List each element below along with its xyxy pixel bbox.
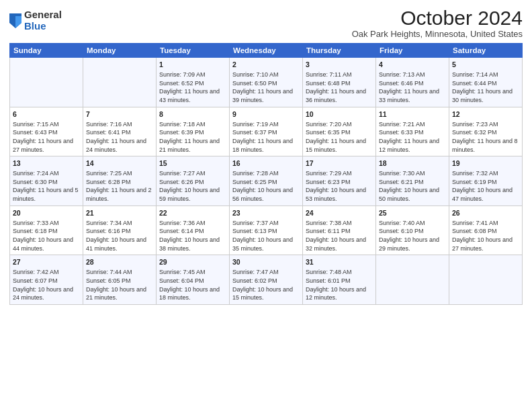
day-data: Sunrise: 7:14 AMSunset: 6:44 PMDaylight:…	[452, 71, 519, 104]
day-data: Sunrise: 7:28 AMSunset: 6:25 PMDaylight:…	[232, 169, 300, 203]
calendar-cell: 15Sunrise: 7:27 AMSunset: 6:26 PMDayligh…	[157, 156, 230, 206]
col-thursday: Thursday	[303, 44, 376, 58]
day-number: 1	[159, 60, 226, 69]
day-data: Sunrise: 7:44 AMSunset: 6:05 PMDaylight:…	[86, 268, 153, 302]
calendar-cell: 21Sunrise: 7:34 AMSunset: 6:16 PMDayligh…	[83, 205, 157, 255]
calendar-cell: 26Sunrise: 7:41 AMSunset: 6:08 PMDayligh…	[449, 205, 523, 255]
day-data: Sunrise: 7:13 AMSunset: 6:46 PMDaylight:…	[379, 71, 446, 104]
calendar-cell: 4Sunrise: 7:13 AMSunset: 6:46 PMDaylight…	[376, 58, 449, 107]
day-data: Sunrise: 7:20 AMSunset: 6:35 PMDaylight:…	[306, 120, 373, 154]
day-data: Sunrise: 7:36 AMSunset: 6:14 PMDaylight:…	[159, 219, 226, 253]
day-number: 20	[13, 208, 80, 218]
calendar-cell	[376, 255, 449, 305]
day-data: Sunrise: 7:34 AMSunset: 6:16 PMDaylight:…	[86, 219, 153, 253]
day-number: 3	[306, 60, 373, 69]
calendar-cell: 5Sunrise: 7:14 AMSunset: 6:44 PMDaylight…	[449, 58, 523, 107]
calendar-cell: 2Sunrise: 7:10 AMSunset: 6:50 PMDaylight…	[230, 58, 303, 107]
day-number: 23	[232, 208, 300, 218]
calendar-cell: 27Sunrise: 7:42 AMSunset: 6:07 PMDayligh…	[10, 255, 83, 305]
calendar-cell: 13Sunrise: 7:24 AMSunset: 6:30 PMDayligh…	[10, 156, 83, 206]
header-row: Sunday Monday Tuesday Wednesday Thursday…	[10, 44, 523, 58]
page: General Blue October 2024 Oak Park Heigh…	[0, 0, 532, 411]
day-number: 17	[306, 158, 373, 168]
day-data: Sunrise: 7:40 AMSunset: 6:10 PMDaylight:…	[379, 219, 446, 253]
title-block: October 2024 Oak Park Heights, Minnesota…	[352, 7, 523, 39]
day-number: 21	[86, 208, 153, 218]
calendar-cell: 11Sunrise: 7:21 AMSunset: 6:33 PMDayligh…	[376, 107, 449, 156]
calendar-cell: 9Sunrise: 7:19 AMSunset: 6:37 PMDaylight…	[230, 107, 303, 156]
col-monday: Monday	[83, 44, 157, 58]
calendar-cell: 28Sunrise: 7:44 AMSunset: 6:05 PMDayligh…	[83, 255, 157, 305]
day-number: 24	[306, 208, 373, 218]
col-friday: Friday	[376, 44, 449, 58]
day-number: 31	[306, 257, 373, 267]
day-number: 16	[232, 158, 300, 168]
calendar-cell: 14Sunrise: 7:25 AMSunset: 6:28 PMDayligh…	[83, 156, 157, 206]
calendar-cell: 8Sunrise: 7:18 AMSunset: 6:39 PMDaylight…	[157, 107, 230, 156]
calendar-cell: 1Sunrise: 7:09 AMSunset: 6:52 PMDaylight…	[157, 58, 230, 107]
day-data: Sunrise: 7:15 AMSunset: 6:43 PMDaylight:…	[13, 120, 80, 154]
day-data: Sunrise: 7:33 AMSunset: 6:18 PMDaylight:…	[13, 219, 80, 253]
day-number: 15	[159, 158, 226, 168]
logo-icon	[9, 13, 21, 28]
day-number: 5	[452, 60, 519, 69]
day-number: 19	[452, 158, 519, 168]
day-data: Sunrise: 7:18 AMSunset: 6:39 PMDaylight:…	[159, 120, 226, 154]
calendar-week-row: 27Sunrise: 7:42 AMSunset: 6:07 PMDayligh…	[10, 255, 523, 305]
day-data: Sunrise: 7:48 AMSunset: 6:01 PMDaylight:…	[306, 268, 373, 302]
calendar-cell	[449, 255, 523, 305]
calendar-cell: 30Sunrise: 7:47 AMSunset: 6:02 PMDayligh…	[230, 255, 303, 305]
day-data: Sunrise: 7:09 AMSunset: 6:52 PMDaylight:…	[159, 71, 226, 104]
header: General Blue October 2024 Oak Park Heigh…	[9, 7, 523, 39]
day-data: Sunrise: 7:42 AMSunset: 6:07 PMDaylight:…	[13, 268, 80, 302]
subtitle: Oak Park Heights, Minnesota, United Stat…	[352, 29, 523, 39]
logo-general: General	[24, 9, 62, 21]
day-number: 11	[379, 109, 446, 119]
svg-marker-1	[15, 16, 21, 28]
day-number: 4	[379, 60, 446, 69]
day-number: 13	[13, 158, 80, 168]
calendar-cell: 31Sunrise: 7:48 AMSunset: 6:01 PMDayligh…	[303, 255, 376, 305]
day-number: 26	[452, 208, 519, 218]
day-number: 9	[232, 109, 300, 119]
day-data: Sunrise: 7:29 AMSunset: 6:23 PMDaylight:…	[306, 169, 373, 203]
day-number: 12	[452, 109, 519, 119]
calendar-cell: 6Sunrise: 7:15 AMSunset: 6:43 PMDaylight…	[10, 107, 83, 156]
day-data: Sunrise: 7:16 AMSunset: 6:41 PMDaylight:…	[86, 120, 153, 154]
logo-text: General Blue	[24, 9, 62, 32]
day-data: Sunrise: 7:30 AMSunset: 6:21 PMDaylight:…	[379, 169, 446, 203]
calendar-cell: 17Sunrise: 7:29 AMSunset: 6:23 PMDayligh…	[303, 156, 376, 206]
calendar-week-row: 20Sunrise: 7:33 AMSunset: 6:18 PMDayligh…	[10, 205, 523, 255]
day-data: Sunrise: 7:47 AMSunset: 6:02 PMDaylight:…	[232, 268, 300, 302]
logo-blue: Blue	[24, 21, 62, 32]
day-number: 8	[159, 109, 226, 119]
day-data: Sunrise: 7:25 AMSunset: 6:28 PMDaylight:…	[86, 169, 153, 203]
calendar-cell: 29Sunrise: 7:45 AMSunset: 6:04 PMDayligh…	[157, 255, 230, 305]
day-number: 25	[379, 208, 446, 218]
day-data: Sunrise: 7:11 AMSunset: 6:48 PMDaylight:…	[306, 71, 373, 104]
logo: General Blue	[9, 9, 62, 32]
calendar-cell	[83, 58, 157, 107]
day-data: Sunrise: 7:10 AMSunset: 6:50 PMDaylight:…	[232, 71, 300, 104]
calendar-week-row: 13Sunrise: 7:24 AMSunset: 6:30 PMDayligh…	[10, 156, 523, 206]
calendar-cell: 20Sunrise: 7:33 AMSunset: 6:18 PMDayligh…	[10, 205, 83, 255]
day-data: Sunrise: 7:32 AMSunset: 6:19 PMDaylight:…	[452, 169, 519, 203]
calendar-cell	[10, 58, 83, 107]
day-number: 14	[86, 158, 153, 168]
day-data: Sunrise: 7:24 AMSunset: 6:30 PMDaylight:…	[13, 169, 80, 203]
day-number: 6	[13, 109, 80, 119]
day-number: 27	[13, 257, 80, 267]
calendar-cell: 23Sunrise: 7:37 AMSunset: 6:13 PMDayligh…	[230, 205, 303, 255]
day-number: 18	[379, 158, 446, 168]
day-number: 29	[159, 257, 226, 267]
day-number: 10	[306, 109, 373, 119]
day-data: Sunrise: 7:21 AMSunset: 6:33 PMDaylight:…	[379, 120, 446, 154]
main-title: October 2024	[352, 7, 523, 29]
day-data: Sunrise: 7:23 AMSunset: 6:32 PMDaylight:…	[452, 120, 519, 154]
day-data: Sunrise: 7:37 AMSunset: 6:13 PMDaylight:…	[232, 219, 300, 253]
calendar-cell: 25Sunrise: 7:40 AMSunset: 6:10 PMDayligh…	[376, 205, 449, 255]
calendar-week-row: 6Sunrise: 7:15 AMSunset: 6:43 PMDaylight…	[10, 107, 523, 156]
day-number: 30	[232, 257, 300, 267]
day-number: 2	[232, 60, 300, 69]
day-data: Sunrise: 7:38 AMSunset: 6:11 PMDaylight:…	[306, 219, 373, 253]
